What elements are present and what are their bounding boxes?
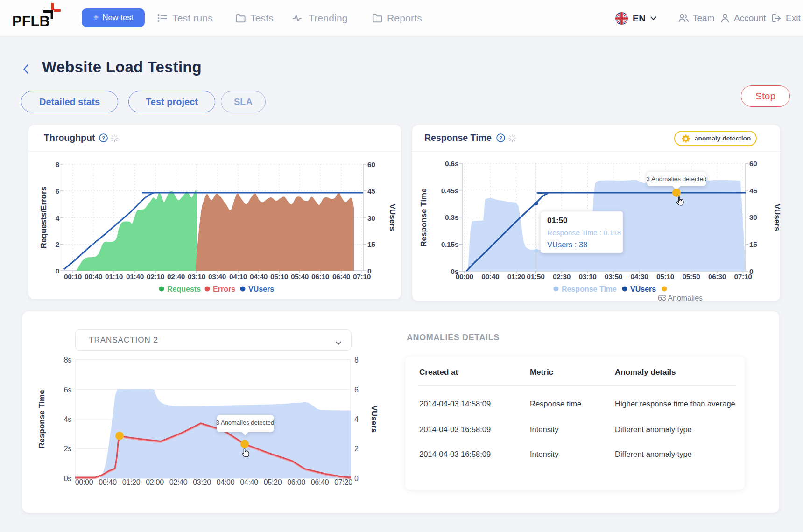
svg-text:Requests/Errors: Requests/Errors xyxy=(39,187,48,248)
svg-text:01:10: 01:10 xyxy=(105,273,123,280)
svg-text:00:40: 00:40 xyxy=(481,273,499,280)
svg-text:05:10: 05:10 xyxy=(656,273,674,280)
svg-text:15: 15 xyxy=(749,240,757,248)
svg-text:8s: 8s xyxy=(64,356,72,364)
svg-text:Response Time : 0.118: Response Time : 0.118 xyxy=(547,229,621,237)
svg-text:Response Time: Response Time xyxy=(562,285,617,293)
svg-text:4: 4 xyxy=(354,415,359,423)
svg-text:0: 0 xyxy=(367,267,371,275)
svg-text:06:40: 06:40 xyxy=(332,273,350,280)
svg-text:VUsers: VUsers xyxy=(370,406,379,433)
svg-text:0.3s: 0.3s xyxy=(445,213,458,221)
svg-text:4: 4 xyxy=(56,214,60,222)
svg-text:01:50: 01:50 xyxy=(547,216,567,225)
svg-text:2: 2 xyxy=(354,445,359,453)
svg-text:0: 0 xyxy=(749,267,753,275)
svg-text:6: 6 xyxy=(56,187,60,195)
svg-text:60: 60 xyxy=(749,160,757,168)
svg-text:45: 45 xyxy=(367,187,375,195)
svg-text:Errors: Errors xyxy=(213,285,235,293)
svg-text:2: 2 xyxy=(56,240,59,248)
svg-text:Requests: Requests xyxy=(167,285,201,293)
svg-text:01:40: 01:40 xyxy=(126,273,144,280)
svg-text:VUsers: VUsers xyxy=(630,285,656,293)
svg-text:63 Anomalies: 63 Anomalies xyxy=(658,294,703,302)
svg-text:30: 30 xyxy=(749,213,757,221)
svg-text:6s: 6s xyxy=(64,386,72,394)
svg-text:02:40: 02:40 xyxy=(167,273,185,280)
svg-text:8: 8 xyxy=(56,161,60,168)
svg-text:VUsers: VUsers xyxy=(773,204,781,231)
svg-text:00:40: 00:40 xyxy=(85,273,102,280)
svg-text:45: 45 xyxy=(749,187,757,195)
svg-text:03:10: 03:10 xyxy=(188,273,205,280)
svg-text:8: 8 xyxy=(354,356,359,364)
svg-text:04:10: 04:10 xyxy=(229,273,247,280)
svg-text:0.6s: 0.6s xyxy=(445,160,458,168)
svg-text:0.45s: 0.45s xyxy=(441,187,458,195)
svg-text:02:10: 02:10 xyxy=(147,273,164,280)
svg-text:0: 0 xyxy=(354,475,359,483)
svg-text:03:50: 03:50 xyxy=(605,273,622,280)
svg-text:4s: 4s xyxy=(64,415,72,423)
svg-text:Response Time: Response Time xyxy=(37,390,46,448)
svg-text:01:50: 01:50 xyxy=(527,273,544,280)
svg-text:04:40: 04:40 xyxy=(250,273,268,280)
svg-text:04:30: 04:30 xyxy=(630,273,648,280)
svg-text:?: ? xyxy=(102,135,105,141)
svg-text:03:40: 03:40 xyxy=(208,273,226,280)
svg-text:15: 15 xyxy=(367,240,375,248)
svg-text:00:10: 00:10 xyxy=(64,273,82,280)
svg-text:3 Anomalies detected: 3 Anomalies detected xyxy=(216,419,274,426)
svg-text:0s: 0s xyxy=(64,475,72,483)
svg-text:0: 0 xyxy=(56,267,59,275)
svg-text:05:10: 05:10 xyxy=(270,273,288,280)
svg-text:05:40: 05:40 xyxy=(291,273,309,280)
svg-text:0.15s: 0.15s xyxy=(441,240,458,248)
svg-text:VUsers: VUsers xyxy=(388,204,397,231)
svg-text:VUsers: VUsers xyxy=(248,285,274,293)
svg-text:6: 6 xyxy=(354,386,359,394)
svg-text:06:10: 06:10 xyxy=(311,273,329,280)
svg-text:2s: 2s xyxy=(64,445,72,453)
svg-text:?: ? xyxy=(499,135,502,141)
svg-text:60: 60 xyxy=(367,161,375,168)
svg-text:VUsers : 38: VUsers : 38 xyxy=(547,240,587,249)
svg-text:03:10: 03:10 xyxy=(578,273,596,280)
svg-text:Response Time: Response Time xyxy=(419,188,428,246)
svg-text:01:20: 01:20 xyxy=(507,273,525,280)
svg-text:05:50: 05:50 xyxy=(682,273,700,280)
svg-text:3 Anomalies detected: 3 Anomalies detected xyxy=(646,175,706,182)
svg-text:30: 30 xyxy=(367,214,375,222)
svg-text:06:30: 06:30 xyxy=(708,273,726,280)
svg-text:02:30: 02:30 xyxy=(553,273,571,280)
svg-text:0s: 0s xyxy=(451,267,458,275)
